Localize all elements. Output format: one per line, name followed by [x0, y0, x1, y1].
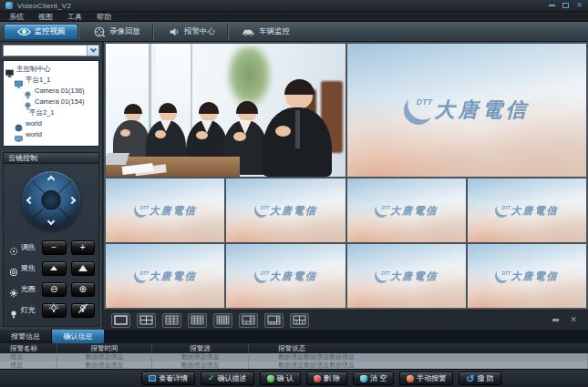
ptz-down-button[interactable]: [47, 218, 55, 225]
window-title: VideoClient_V2: [17, 2, 71, 10]
chevron-down-icon[interactable]: [87, 46, 98, 56]
tab-alarm-center[interactable]: 报警中心: [153, 24, 228, 40]
left-panel: 主控制中心 平台1_1 Camera 01(136) Camera 01(154…: [0, 42, 103, 330]
tree-item-label: Camera 01(136): [35, 87, 85, 95]
watermark-abbr: DTT: [417, 97, 433, 107]
focus-far-button[interactable]: [71, 261, 96, 276]
tree-item-platform2[interactable]: 平台2_1: [5, 107, 97, 118]
tree-item-world-1[interactable]: world: [5, 118, 97, 129]
tree-item-platform1[interactable]: 平台1_1: [5, 75, 97, 86]
tab-monitor-video[interactable]: 监控视频: [4, 24, 78, 40]
panel-close-icon[interactable]: ✕: [570, 316, 577, 324]
table-row[interactable]: 信息 数据信息信息 数据信息信息 数据信息数据信息数据信息: [0, 362, 588, 370]
video-tile-idle[interactable]: DTT大唐電信: [106, 244, 224, 308]
manual-alarm-icon: [407, 375, 414, 382]
delete-dot-icon: [314, 375, 321, 382]
tree-item-label: Camera 01(154): [35, 97, 85, 106]
tree-item-label: world: [26, 130, 42, 138]
alarm-tab-label: 报警信息: [11, 331, 40, 341]
ptz-center-knob[interactable]: [40, 189, 62, 211]
device-search-combobox[interactable]: [3, 45, 99, 56]
ptz-dpad[interactable]: [22, 171, 80, 229]
tab-label: 报警中心: [184, 26, 215, 37]
datang-watermark: DTT大唐電信: [226, 244, 345, 308]
view-details-button[interactable]: 查看详情: [141, 372, 195, 385]
app-window: VideoClient_V2 ✕ 系统 视图 工具 帮助 监控视频 录像回放: [0, 0, 588, 387]
menu-view[interactable]: 视图: [38, 12, 53, 22]
layout-1plus5-button[interactable]: [239, 313, 258, 328]
watermark-abbr: DTT: [140, 205, 150, 210]
film-reel-icon: [92, 26, 106, 36]
confirm-description-button[interactable]: ✓ 确认描述: [201, 372, 254, 385]
button-label: 确认描述: [218, 373, 247, 383]
menu-bar: 系统 视图 工具 帮助: [0, 12, 588, 22]
cell-alarm-status: 数据信息数据信息数据信息: [249, 362, 588, 370]
tree-item-label: 平台1_1: [26, 76, 51, 85]
zoom-out-button[interactable]: −: [42, 240, 67, 255]
combobox-value: [4, 46, 87, 56]
layout-1-button[interactable]: [111, 313, 130, 328]
datang-watermark: DTT大唐電信: [347, 178, 466, 242]
layout-6-button[interactable]: [290, 313, 309, 328]
tab-vehicle-monitor[interactable]: 车辆监控: [228, 24, 303, 40]
iris-close-button[interactable]: ⊖: [42, 282, 67, 297]
layout-strip: ✕: [103, 310, 588, 330]
crescent-logo-icon: DTT: [134, 270, 148, 283]
tree-item-world-2[interactable]: world: [5, 129, 97, 140]
video-tile-idle[interactable]: DTT大唐電信: [226, 178, 345, 242]
light-off-button[interactable]: [71, 303, 96, 318]
maximize-icon[interactable]: [562, 3, 569, 8]
video-tile-idle[interactable]: DTT大唐電信: [347, 178, 466, 242]
ptz-right-button[interactable]: [68, 197, 76, 204]
video-tile-idle[interactable]: DTT大唐電信: [468, 244, 586, 308]
datang-watermark: DTT大唐電信: [347, 244, 466, 308]
zoom-ring-icon: [9, 243, 18, 252]
video-tile-live[interactable]: [106, 44, 346, 177]
button-label: 查看详情: [159, 373, 188, 383]
video-tile-idle[interactable]: DTT大唐電信: [106, 178, 224, 242]
focus-near-button[interactable]: [42, 261, 67, 276]
button-label: 清 空: [370, 373, 387, 383]
minimize-icon[interactable]: [549, 5, 555, 6]
delete-button[interactable]: 删 除: [306, 372, 347, 385]
close-icon[interactable]: ✕: [576, 2, 583, 9]
tree-item-label: world: [26, 119, 42, 127]
disarm-icon: ↺: [466, 374, 474, 383]
alarm-tab-label: 确认信息: [64, 331, 93, 341]
video-tile-idle[interactable]: DTT 大唐電信: [347, 44, 587, 177]
light-on-button[interactable]: [42, 303, 67, 318]
menu-help[interactable]: 帮助: [97, 12, 111, 22]
confirm-button[interactable]: 确 认: [260, 372, 301, 385]
tab-alarm-info[interactable]: 报警信息: [0, 330, 52, 343]
layout-4-button[interactable]: [137, 313, 156, 328]
ptz-row-label: 灯光: [21, 305, 37, 315]
focus-near-icon: [50, 266, 57, 270]
layout-1plus7-button[interactable]: [264, 313, 284, 328]
video-tile-idle[interactable]: DTT大唐電信: [347, 244, 466, 308]
ptz-left-button[interactable]: [26, 197, 34, 204]
menu-tools[interactable]: 工具: [67, 12, 82, 22]
check-icon: ✓: [208, 374, 215, 382]
tree-item-camera-154[interactable]: Camera 01(154): [5, 97, 97, 107]
panel-collapse-icon[interactable]: [552, 319, 559, 321]
ptz-up-button[interactable]: [47, 176, 55, 183]
tab-playback[interactable]: 录像回放: [78, 24, 153, 40]
clear-button[interactable]: 清 空: [353, 372, 394, 385]
disarm-button[interactable]: ↺ 撤 防: [459, 372, 500, 385]
manual-alarm-button[interactable]: 手动报警: [399, 372, 453, 385]
screen-icon: [15, 130, 23, 138]
ptz-row-label: 聚焦: [21, 263, 37, 273]
watermark-name: 大唐電信: [390, 270, 438, 283]
tree-item-main-center[interactable]: 主控制中心: [5, 64, 97, 75]
crescent-logo-icon: DTT: [404, 96, 433, 125]
video-tile-idle[interactable]: DTT大唐電信: [468, 178, 586, 242]
menu-system[interactable]: 系统: [9, 12, 24, 22]
tab-confirm-info[interactable]: 确认信息: [52, 330, 104, 343]
layout-25-button[interactable]: [213, 313, 232, 328]
zoom-in-button[interactable]: +: [71, 240, 96, 255]
crescent-logo-icon: DTT: [375, 204, 388, 218]
iris-open-button[interactable]: ⊕: [71, 282, 96, 297]
layout-16-button[interactable]: [188, 313, 207, 328]
video-tile-idle[interactable]: DTT大唐電信: [226, 244, 345, 308]
layout-9-button[interactable]: [162, 313, 181, 328]
